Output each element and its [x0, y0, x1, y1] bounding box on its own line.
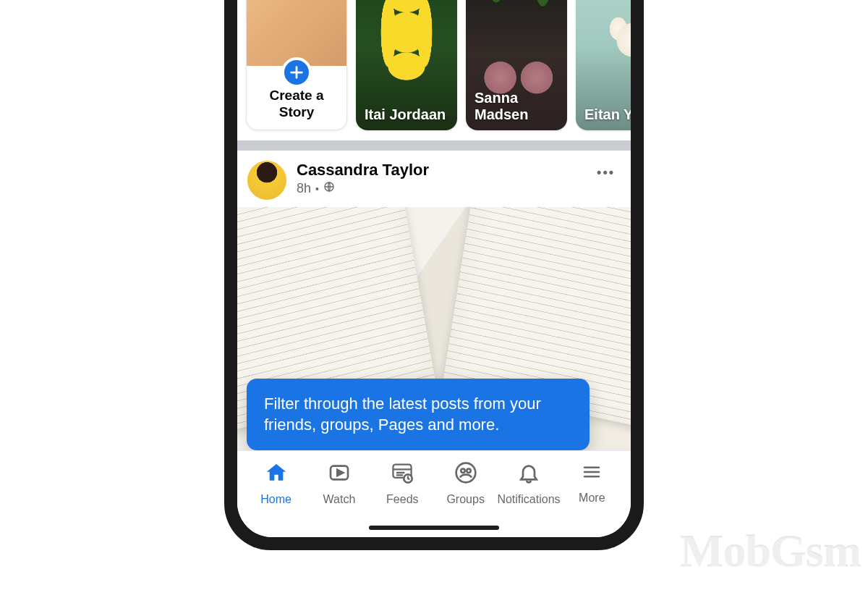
nav-label: Feeds [386, 493, 418, 506]
story-create-label: Create a Story [247, 88, 346, 121]
nav-label: More [579, 492, 605, 505]
nav-home[interactable]: Home [244, 451, 307, 537]
nav-more[interactable]: More [561, 451, 624, 537]
section-divider [237, 140, 631, 151]
nav-notifications[interactable]: Notifications [497, 451, 560, 537]
nav-watch[interactable]: Watch [307, 451, 370, 537]
post-time: 8h [297, 181, 311, 196]
separator-dot: • [315, 183, 319, 195]
stories-row[interactable]: Create a Story Itai Jordaan Sanna Madsen… [237, 0, 631, 140]
story-create[interactable]: Create a Story [246, 0, 347, 130]
phone-frame: Create a Story Itai Jordaan Sanna Madsen… [224, 0, 644, 550]
svg-point-5 [456, 463, 475, 483]
story-item[interactable]: Sanna Madsen [466, 0, 567, 130]
story-name: Itai Jordaan [365, 106, 448, 123]
groups-icon [454, 461, 477, 487]
tooltip-text: Filter through the latest posts from you… [264, 395, 541, 434]
story-create-thumb [247, 0, 346, 66]
screen-content: Create a Story Itai Jordaan Sanna Madsen… [237, 0, 631, 537]
nav-label: Groups [446, 493, 484, 506]
menu-icon [581, 461, 603, 486]
post-more-button[interactable]: ••• [591, 161, 621, 185]
bell-icon [517, 461, 540, 487]
watermark: MobGsm [680, 525, 861, 578]
feeds-tooltip[interactable]: Filter through the latest posts from you… [247, 379, 590, 450]
story-name: Sanna Madsen [475, 90, 558, 123]
story-item[interactable]: Eitan Yama [576, 0, 631, 130]
avatar[interactable] [247, 161, 286, 200]
post-header: Cassandra Taylor 8h • ••• [237, 151, 631, 207]
screen: Create a Story Itai Jordaan Sanna Madsen… [237, 0, 631, 537]
post-subline: 8h • [297, 181, 591, 196]
home-icon [265, 461, 288, 487]
nav-label: Watch [323, 493, 356, 506]
globe-icon [323, 181, 335, 196]
feeds-icon [391, 461, 414, 487]
svg-point-6 [461, 469, 464, 473]
bottom-nav: Home Watch Feeds [237, 450, 631, 537]
plus-icon[interactable] [281, 57, 312, 88]
nav-label: Notifications [497, 493, 560, 506]
story-item[interactable]: Itai Jordaan [356, 0, 457, 130]
post-author[interactable]: Cassandra Taylor [297, 161, 591, 180]
post-meta: Cassandra Taylor 8h • [297, 161, 591, 196]
nav-groups[interactable]: Groups [434, 451, 497, 537]
nav-feeds[interactable]: Feeds [371, 451, 434, 537]
home-indicator [369, 526, 499, 530]
svg-point-7 [467, 469, 470, 473]
story-name: Eitan Yama [584, 106, 631, 123]
nav-label: Home [260, 493, 292, 506]
watch-icon [328, 461, 351, 487]
